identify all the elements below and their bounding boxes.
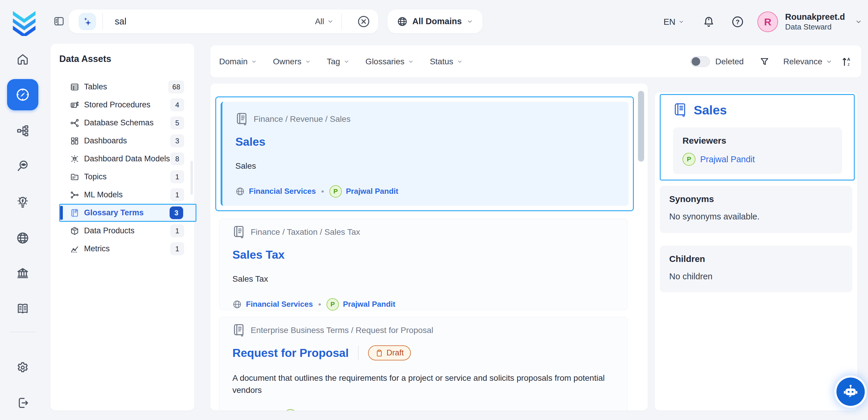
logout-icon [16,396,30,410]
domain-link[interactable]: Financial Services [249,187,316,196]
domain-link[interactable]: Financial Services [246,300,313,309]
nav-observability[interactable] [16,159,30,173]
asset-row-ml-models[interactable]: ML Models 1 [59,186,196,204]
question-circle-icon: ? [732,16,744,28]
owner-link[interactable]: Prajwal Pandit [343,300,396,309]
nav-lineage[interactable] [16,124,30,138]
app-logo[interactable] [11,6,38,37]
nav-logout[interactable] [16,396,30,410]
assets-scrollbar[interactable] [190,161,193,195]
asset-row-tables[interactable]: Tables 68 [59,78,196,96]
bell-icon [703,16,715,28]
filter-tag[interactable]: Tag [327,57,349,66]
result-description: Sales [235,160,616,172]
owner-link[interactable]: Prajwal Pandit [346,187,399,196]
bank-icon [16,267,30,280]
reviewers-label: Reviewers [682,136,833,146]
table-icon [70,82,80,92]
lightbulb-icon [16,195,30,209]
asset-row-data-products[interactable]: Data Products 1 [59,222,196,240]
search-input[interactable]: sal [115,16,315,27]
svg-text:?: ? [736,18,739,26]
user-info[interactable]: Rounakpreet.d Data Steward [785,11,845,32]
result-title-link[interactable]: Request for Proposal [232,347,349,360]
stored-procedure-icon [70,100,80,110]
dashboard-icon [70,136,80,146]
entity-preview-panel: Sales Reviewers P Prajwal Pandit Synonym… [655,92,857,411]
reviewer-link[interactable]: Prajwal Pandit [700,154,755,164]
reviewer-item: P Prajwal Pandit [682,153,833,166]
active-row-accent [60,206,63,220]
result-card-body: Finance / Revenue / Sales Sales Sales Fi… [221,102,628,206]
result-card-request-for-proposal[interactable]: Enterprise Business Terms / Request for … [219,317,628,411]
toggle-knob [692,57,700,66]
ai-sparkle-button[interactable] [79,13,96,30]
dot-separator: • [321,187,324,196]
globe-icon [232,300,242,309]
chatbot-button[interactable] [836,378,865,406]
user-avatar[interactable]: R [757,11,778,32]
global-search-bar[interactable]: sal All [69,9,378,33]
chevron-down-icon [678,19,684,25]
asset-row-dashboard-data-models[interactable]: Dashboard Data Models 8 [59,150,196,168]
reviewer-avatar: P [682,153,695,166]
domain-selector[interactable]: All Domains [388,9,483,33]
count-badge-active: 3 [169,206,183,219]
result-card-sales-selected[interactable]: Finance / Revenue / Sales Sales Sales Fi… [215,96,634,211]
filter-glossaries[interactable]: Glossaries [365,57,414,66]
search-eye-icon [16,159,30,173]
count-badge: 8 [170,152,184,165]
asset-row-topics[interactable]: Topics 1 [59,168,196,186]
help-button[interactable]: ? [732,16,744,28]
search-divider [341,14,342,29]
synonyms-empty-text: No synonyms available. [669,212,843,221]
language-selector[interactable]: EN [663,17,684,27]
result-breadcrumb-row: Enterprise Business Terms / Request for … [232,324,616,337]
advanced-filter-button[interactable] [759,56,770,67]
result-card-sales-tax[interactable]: Finance / Taxation / Sales Tax Sales Tax… [219,218,628,310]
nav-explore[interactable] [7,79,38,110]
nav-domains[interactable] [16,231,30,245]
chevron-down-icon [826,58,832,65]
nav-govern[interactable] [16,267,30,280]
asset-row-metrics[interactable]: Metrics 1 [59,240,196,258]
results-scrollbar[interactable] [638,91,644,162]
asset-row-stored-procedures[interactable]: Stored Procedures 4 [59,96,196,114]
clear-search-button[interactable] [357,15,370,28]
clipboard-icon [375,349,383,357]
chevron-down-icon [467,18,473,25]
preview-title-link[interactable]: Sales [694,103,727,117]
nav-glossary[interactable] [16,302,30,316]
home-icon [16,53,30,66]
owner-avatar: H [284,409,297,411]
notifications-button[interactable] [703,16,715,28]
nav-settings[interactable] [16,361,30,374]
svg-text:z: z [848,62,850,67]
data-assets-panel: Data Assets Tables 68 Stored Procedures … [51,44,194,411]
asset-row-database-schemas[interactable]: Database Schemas 5 [59,114,196,132]
globe-icon [16,231,30,245]
asset-row-glossary-terms[interactable]: Glossary Terms 3 [59,204,196,222]
result-title-link[interactable]: Sales Tax [232,248,285,261]
search-scope-dropdown[interactable]: All [315,17,334,26]
filter-domain[interactable]: Domain [219,57,257,66]
glossary-term-icon [70,208,80,218]
sidebar-collapse-button[interactable] [53,16,65,28]
flow-graph-icon [16,124,30,138]
sort-dropdown[interactable]: Relevance [783,57,832,66]
result-title-link[interactable]: Sales [235,136,266,148]
deleted-toggle[interactable] [690,56,710,67]
sort-direction-button[interactable]: A z [841,56,852,67]
deleted-label: Deleted [715,57,744,66]
search-results-panel: Finance / Revenue / Sales Sales Sales Fi… [210,84,648,411]
user-menu-chevron-icon[interactable] [855,18,862,25]
asset-row-dashboards[interactable]: Dashboards 3 [59,132,196,150]
filter-owners[interactable]: Owners [273,57,311,66]
nav-insights[interactable] [16,195,30,209]
svg-text:A: A [847,57,850,61]
reviewers-section: Reviewers P Prajwal Pandit [673,127,842,174]
filter-status[interactable]: Status [430,57,462,66]
glossary-book-icon-blue [673,102,687,117]
glossary-book-icon [235,112,248,126]
nav-home[interactable] [16,53,30,66]
